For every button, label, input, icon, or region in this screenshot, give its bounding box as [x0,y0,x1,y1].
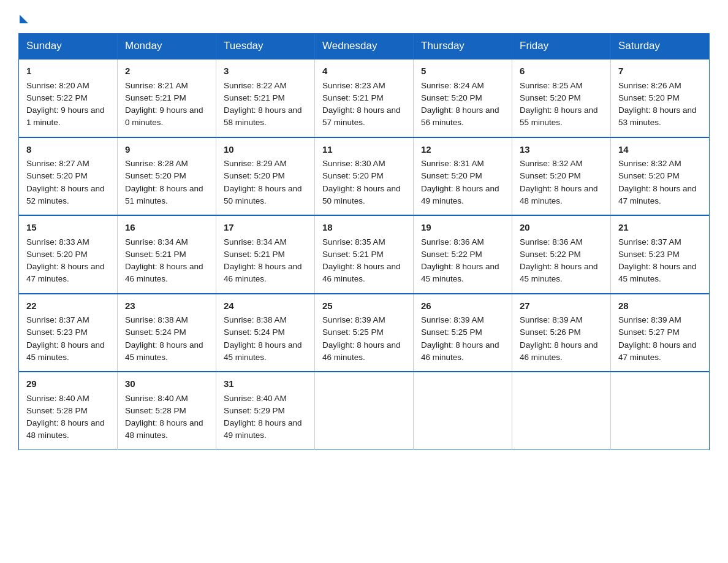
calendar-header-cell-wednesday: Wednesday [315,34,414,59]
day-number: 25 [322,299,406,313]
calendar-cell [512,372,611,450]
calendar-cell: 20Sunrise: 8:36 AMSunset: 5:22 PMDayligh… [512,215,611,294]
day-number: 5 [421,64,504,79]
calendar-cell: 13Sunrise: 8:32 AMSunset: 5:20 PMDayligh… [512,137,611,216]
day-number: 27 [520,299,603,313]
logo-arrow-icon [20,15,28,23]
calendar-cell: 31Sunrise: 8:40 AMSunset: 5:29 PMDayligh… [216,372,315,450]
calendar-cell: 8Sunrise: 8:27 AMSunset: 5:20 PMDaylight… [19,137,118,216]
calendar-cell: 24Sunrise: 8:38 AMSunset: 5:24 PMDayligh… [216,294,315,372]
logo [18,12,28,22]
calendar-cell: 14Sunrise: 8:32 AMSunset: 5:20 PMDayligh… [611,137,710,216]
calendar-cell: 17Sunrise: 8:34 AMSunset: 5:21 PMDayligh… [216,215,315,294]
day-number: 7 [618,64,702,79]
calendar-cell: 4Sunrise: 8:23 AMSunset: 5:21 PMDaylight… [315,59,414,137]
day-number: 13 [520,143,603,157]
calendar-cell: 6Sunrise: 8:25 AMSunset: 5:20 PMDaylight… [512,59,611,137]
calendar-cell: 11Sunrise: 8:30 AMSunset: 5:20 PMDayligh… [315,137,414,216]
day-number: 20 [520,221,603,235]
calendar-week-row-5: 29Sunrise: 8:40 AMSunset: 5:28 PMDayligh… [19,372,710,450]
calendar-header-cell-friday: Friday [512,34,611,59]
day-number: 15 [26,221,110,235]
day-number: 19 [421,221,504,235]
calendar-cell [414,372,512,450]
day-number: 9 [125,143,208,157]
calendar-cell: 1Sunrise: 8:20 AMSunset: 5:22 PMDaylight… [19,59,118,137]
calendar-cell: 26Sunrise: 8:39 AMSunset: 5:25 PMDayligh… [414,294,512,372]
calendar-cell: 15Sunrise: 8:33 AMSunset: 5:20 PMDayligh… [19,215,118,294]
calendar-cell: 3Sunrise: 8:22 AMSunset: 5:21 PMDaylight… [216,59,315,137]
calendar-cell: 9Sunrise: 8:28 AMSunset: 5:20 PMDaylight… [118,137,216,216]
calendar-cell [315,372,414,450]
calendar-body: 1Sunrise: 8:20 AMSunset: 5:22 PMDaylight… [19,59,710,450]
day-number: 17 [224,221,307,235]
day-number: 16 [125,221,208,235]
day-number: 22 [26,299,110,313]
calendar-header-cell-monday: Monday [118,34,216,59]
day-number: 30 [125,377,208,391]
day-number: 2 [125,64,208,79]
calendar-cell: 19Sunrise: 8:36 AMSunset: 5:22 PMDayligh… [414,215,512,294]
calendar-cell: 23Sunrise: 8:38 AMSunset: 5:24 PMDayligh… [118,294,216,372]
calendar-cell: 7Sunrise: 8:26 AMSunset: 5:20 PMDaylight… [611,59,710,137]
calendar-cell: 5Sunrise: 8:24 AMSunset: 5:20 PMDaylight… [414,59,512,137]
calendar-table: SundayMondayTuesdayWednesdayThursdayFrid… [18,33,710,450]
page-header [18,12,710,22]
day-number: 26 [421,299,504,313]
calendar-header-cell-sunday: Sunday [19,34,118,59]
calendar-cell: 10Sunrise: 8:29 AMSunset: 5:20 PMDayligh… [216,137,315,216]
calendar-cell [611,372,710,450]
day-number: 12 [421,143,504,157]
calendar-cell: 22Sunrise: 8:37 AMSunset: 5:23 PMDayligh… [19,294,118,372]
day-number: 4 [322,64,406,79]
calendar-cell: 2Sunrise: 8:21 AMSunset: 5:21 PMDaylight… [118,59,216,137]
calendar-week-row-1: 1Sunrise: 8:20 AMSunset: 5:22 PMDaylight… [19,59,710,137]
day-number: 29 [26,377,110,391]
day-number: 21 [618,221,702,235]
calendar-cell: 12Sunrise: 8:31 AMSunset: 5:20 PMDayligh… [414,137,512,216]
day-number: 3 [224,64,307,79]
day-number: 6 [520,64,603,79]
calendar-cell: 29Sunrise: 8:40 AMSunset: 5:28 PMDayligh… [19,372,118,450]
calendar-cell: 27Sunrise: 8:39 AMSunset: 5:26 PMDayligh… [512,294,611,372]
day-number: 11 [322,143,406,157]
calendar-cell: 25Sunrise: 8:39 AMSunset: 5:25 PMDayligh… [315,294,414,372]
logo-text [18,12,28,23]
day-number: 24 [224,299,307,313]
calendar-cell: 28Sunrise: 8:39 AMSunset: 5:27 PMDayligh… [611,294,710,372]
day-number: 23 [125,299,208,313]
day-number: 8 [26,143,110,157]
calendar-cell: 21Sunrise: 8:37 AMSunset: 5:23 PMDayligh… [611,215,710,294]
calendar-header-cell-tuesday: Tuesday [216,34,315,59]
calendar-header-row: SundayMondayTuesdayWednesdayThursdayFrid… [19,34,710,59]
day-number: 18 [322,221,406,235]
calendar-header-cell-saturday: Saturday [611,34,710,59]
calendar-cell: 16Sunrise: 8:34 AMSunset: 5:21 PMDayligh… [118,215,216,294]
day-number: 31 [224,377,307,391]
calendar-header-cell-thursday: Thursday [414,34,512,59]
calendar-cell: 30Sunrise: 8:40 AMSunset: 5:28 PMDayligh… [118,372,216,450]
day-number: 14 [618,143,702,157]
calendar-week-row-4: 22Sunrise: 8:37 AMSunset: 5:23 PMDayligh… [19,294,710,372]
calendar-week-row-3: 15Sunrise: 8:33 AMSunset: 5:20 PMDayligh… [19,215,710,294]
day-number: 10 [224,143,307,157]
calendar-week-row-2: 8Sunrise: 8:27 AMSunset: 5:20 PMDaylight… [19,137,710,216]
day-number: 28 [618,299,702,313]
calendar-cell: 18Sunrise: 8:35 AMSunset: 5:21 PMDayligh… [315,215,414,294]
day-number: 1 [26,64,110,79]
